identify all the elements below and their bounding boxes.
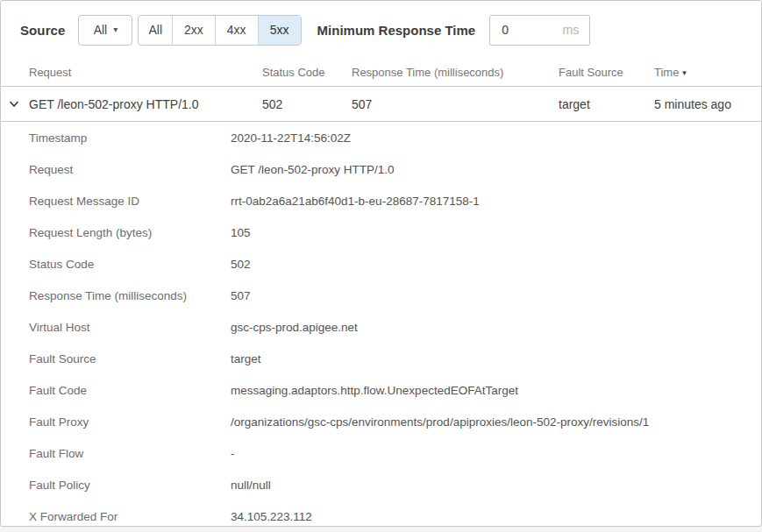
status-filter-4xx[interactable]: 4xx (216, 16, 259, 45)
detail-label: Fault Code (29, 384, 231, 397)
detail-label: Fault Policy (29, 479, 231, 492)
detail-value: 34.105.223.112 (231, 510, 761, 523)
source-dropdown[interactable]: All ▾ (78, 15, 132, 46)
detail-label: Request Length (bytes) (29, 226, 231, 239)
detail-value: - (231, 447, 761, 460)
detail-label: Virtual Host (29, 321, 231, 334)
status-filter-5xx[interactable]: 5xx (259, 16, 301, 45)
ms-unit-label: ms (563, 23, 590, 37)
detail-row-fault-policy: Fault Policy null/null (1, 469, 761, 500)
cell-fault-source: target (559, 97, 654, 111)
detail-label: Request Message ID (29, 195, 231, 208)
detail-row-fault-source: Fault Source target (1, 343, 761, 374)
filter-bar: Source All ▾ All 2xx 4xx 5xx Minimum Res… (1, 1, 761, 59)
detail-row-request-length: Request Length (bytes) 105 (1, 216, 761, 248)
detail-label: Response Time (milliseconds) (29, 289, 231, 302)
table-row[interactable]: GET /leon-502-proxy HTTP/1.0 502 507 tar… (1, 87, 761, 122)
detail-label: Request (29, 163, 231, 176)
detail-row-request: Request GET /leon-502-proxy HTTP/1.0 (1, 153, 761, 185)
detail-label: X Forwarded For (29, 510, 231, 523)
detail-label: Fault Flow (29, 447, 231, 460)
detail-value: /organizations/gsc-cps/environments/prod… (231, 415, 761, 429)
chevron-down-icon (8, 99, 20, 110)
source-dropdown-value: All (94, 23, 108, 37)
detail-row-fault-flow: Fault Flow - (1, 437, 761, 469)
detail-label: Fault Source (29, 352, 231, 365)
detail-label: Fault Proxy (29, 415, 231, 429)
traffic-panel: Source All ▾ All 2xx 4xx 5xx Minimum Res… (0, 0, 762, 527)
detail-row-request-message-id: Request Message ID rrt-0ab2a6a21ab6f40d1… (1, 185, 761, 216)
status-filter-2xx[interactable]: 2xx (173, 16, 216, 45)
detail-value: target (231, 352, 761, 365)
detail-value: 105 (231, 226, 761, 239)
detail-value: rrt-0ab2a6a21ab6f40d1-b-eu-28687-7817158… (231, 195, 761, 208)
cell-status-code: 502 (262, 97, 352, 111)
column-header-request[interactable]: Request (29, 66, 262, 79)
detail-value: gsc-cps-prod.apigee.net (231, 321, 761, 334)
column-header-time[interactable]: Time▼ (654, 66, 761, 79)
detail-row-virtual-host: Virtual Host gsc-cps-prod.apigee.net (1, 311, 761, 343)
min-response-time-label: Minimum Response Time (317, 23, 476, 38)
collapse-row-toggle[interactable] (8, 87, 20, 121)
detail-row-timestamp: Timestamp 2020-11-22T14:56:02Z (1, 122, 761, 153)
detail-row-response-time: Response Time (milliseconds) 507 (1, 280, 761, 311)
row-detail-pane: Timestamp 2020-11-22T14:56:02Z Request G… (1, 122, 761, 527)
chevron-down-icon: ▾ (113, 25, 118, 34)
min-response-time-input[interactable] (490, 23, 552, 37)
table-header: Request Status Code Response Time (milli… (1, 59, 761, 87)
column-header-response-time[interactable]: Response Time (milliseconds) (352, 66, 559, 79)
detail-row-x-forwarded-for: X Forwarded For 34.105.223.112 (1, 500, 761, 527)
min-response-time-field: ms (489, 15, 590, 46)
detail-label: Timestamp (29, 131, 231, 145)
detail-row-fault-proxy: Fault Proxy /organizations/gsc-cps/envir… (1, 406, 761, 437)
source-label: Source (20, 23, 65, 38)
cell-response-time: 507 (352, 97, 559, 111)
column-header-fault-source[interactable]: Fault Source (559, 66, 654, 79)
status-filter-all[interactable]: All (139, 16, 173, 45)
cell-time: 5 minutes ago (654, 97, 761, 111)
detail-value: 507 (231, 289, 761, 302)
detail-value: 2020-11-22T14:56:02Z (231, 131, 761, 145)
column-header-status-code[interactable]: Status Code (262, 66, 352, 79)
detail-value: messaging.adaptors.http.flow.UnexpectedE… (231, 384, 761, 397)
detail-value: null/null (231, 479, 761, 492)
detail-row-fault-code: Fault Code messaging.adaptors.http.flow.… (1, 374, 761, 406)
detail-value: GET /leon-502-proxy HTTP/1.0 (231, 163, 761, 176)
cell-request: GET /leon-502-proxy HTTP/1.0 (29, 97, 262, 111)
detail-row-status-code: Status Code 502 (1, 248, 761, 280)
sort-descending-icon: ▼ (680, 69, 687, 77)
status-code-segmented-control: All 2xx 4xx 5xx (138, 15, 301, 46)
detail-label: Status Code (29, 258, 231, 271)
detail-value: 502 (231, 258, 761, 271)
